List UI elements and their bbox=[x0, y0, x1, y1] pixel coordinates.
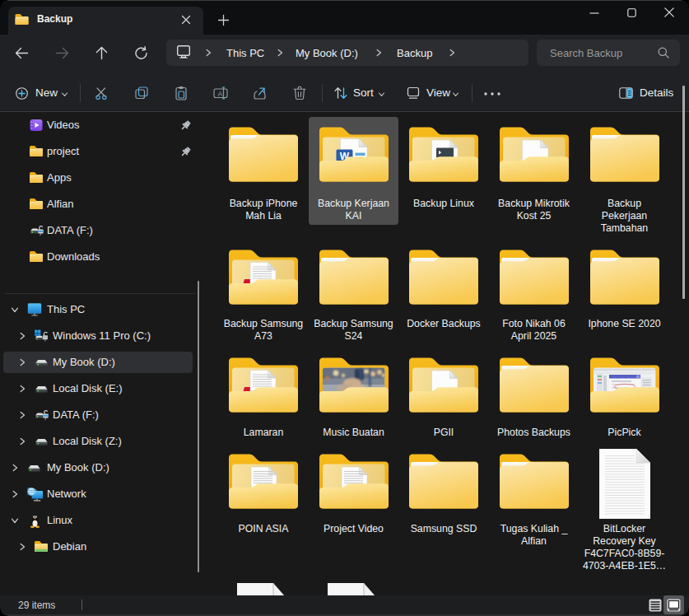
svg-text:A: A bbox=[218, 90, 223, 98]
